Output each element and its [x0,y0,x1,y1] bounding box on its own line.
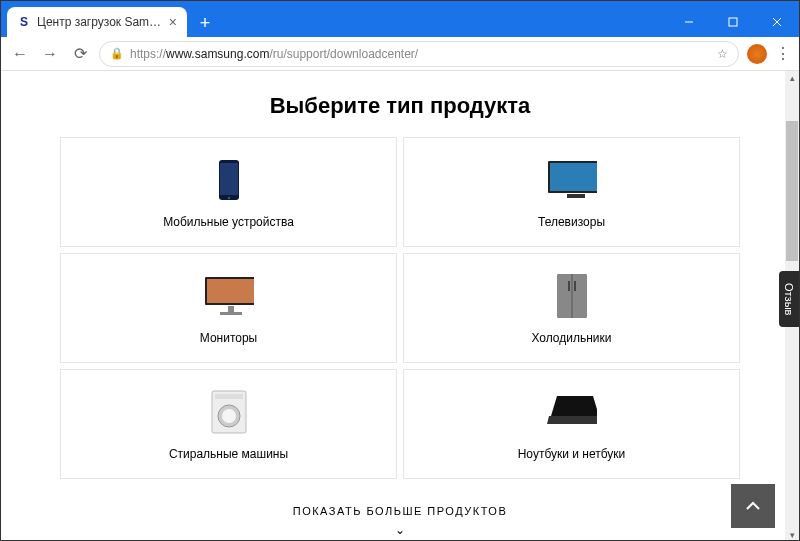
product-label: Холодильники [531,331,611,345]
tab-title: Центр загрузок Samsung: драй... [37,15,163,29]
browser-tab[interactable]: S Центр загрузок Samsung: драй... × [7,7,187,37]
svg-rect-1 [729,18,737,26]
maximize-button[interactable] [711,7,755,37]
svg-rect-16 [568,281,570,291]
laptop-icon [547,387,597,437]
svg-rect-9 [567,194,585,198]
product-label: Ноутбуки и нетбуки [518,447,626,461]
scroll-down-button[interactable]: ▾ [785,528,799,541]
product-card-tv[interactable]: Телевизоры [403,137,740,247]
monitor-icon [204,271,254,321]
feedback-tab[interactable]: Отзыв [779,271,799,327]
browser-menu-button[interactable]: ⋮ [775,44,791,63]
svg-point-6 [227,197,229,199]
page-title: Выберите тип продукта [1,71,799,137]
browser-titlebar: S Центр загрузок Samsung: драй... × + [1,1,799,37]
product-card-washer[interactable]: Стиральные машины [60,369,397,479]
svg-rect-5 [220,163,238,195]
page-viewport: ▴ ▾ Выберите тип продукта Мобильные устр… [1,71,799,541]
close-window-button[interactable] [755,7,799,37]
washer-icon [204,387,254,437]
window-controls [667,7,799,37]
tab-favicon: S [17,15,31,29]
address-bar[interactable]: 🔒 https://www.samsung.com/ru/support/dow… [99,41,739,67]
scroll-up-button[interactable]: ▴ [785,71,799,85]
scroll-to-top-button[interactable] [731,484,775,528]
product-card-monitor[interactable]: Мониторы [60,253,397,363]
new-tab-button[interactable]: + [191,9,219,37]
product-label: Телевизоры [538,215,605,229]
fridge-icon [547,271,597,321]
reload-button[interactable]: ⟳ [69,43,91,65]
product-label: Мобильные устройства [163,215,294,229]
svg-rect-8 [550,163,597,191]
profile-avatar[interactable] [747,44,767,64]
svg-marker-22 [551,396,597,416]
product-card-laptop[interactable]: Ноутбуки и нетбуки [403,369,740,479]
product-label: Стиральные машины [169,447,288,461]
phone-icon [204,155,254,205]
show-more-button[interactable]: ПОКАЗАТЬ БОЛЬШЕ ПРОДУКТОВ [1,505,799,517]
url-display: https://www.samsung.com/ru/support/downl… [130,47,418,61]
tv-icon [547,155,597,205]
tab-close-icon[interactable]: × [169,14,177,30]
svg-rect-12 [228,306,234,312]
bookmark-icon[interactable]: ☆ [717,47,728,61]
product-label: Мониторы [200,331,257,345]
chevron-down-icon[interactable]: ⌄ [1,523,799,537]
svg-rect-13 [220,312,242,315]
svg-marker-23 [547,416,597,424]
product-card-mobile[interactable]: Мобильные устройства [60,137,397,247]
browser-toolbar: ← → ⟳ 🔒 https://www.samsung.com/ru/suppo… [1,37,799,71]
product-card-fridge[interactable]: Холодильники [403,253,740,363]
back-button[interactable]: ← [9,43,31,65]
forward-button[interactable]: → [39,43,61,65]
svg-rect-17 [574,281,576,291]
svg-point-20 [222,409,236,423]
scrollbar-thumb[interactable] [786,121,798,261]
svg-rect-11 [207,279,254,303]
lock-icon: 🔒 [110,47,124,60]
minimize-button[interactable] [667,7,711,37]
product-grid: Мобильные устройства Телевизоры Мониторы… [60,137,740,479]
svg-rect-21 [215,394,243,399]
